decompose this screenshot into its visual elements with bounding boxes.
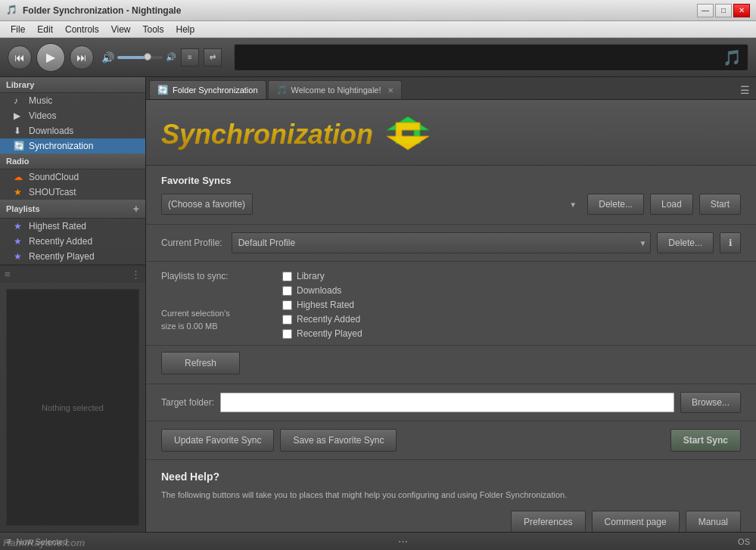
status-right: OS [738,537,750,546]
profile-row: Current Profile: Default Profile ▼ Delet… [146,225,756,262]
menu-tools[interactable]: Tools [137,23,170,36]
sidebar: Library ♪ Music ▶ Videos ⬇ Downloads 🔄 S… [0,77,146,532]
videos-icon: ▶ [14,110,24,121]
next-button[interactable]: ⏭ [70,45,94,70]
update-favorite-button[interactable]: Update Favorite Sync [161,429,274,452]
menu-help[interactable]: Help [170,23,201,36]
tab-folder-sync[interactable]: 🔄 Folder Synchronization [149,80,266,99]
play-button[interactable]: ▶ [36,43,65,72]
playlist-check-recently-played[interactable]: Recently Played [282,328,362,339]
sidebar-item-highest-rated[interactable]: ★ Highest Rated [0,219,145,234]
os-icon: OS [738,537,750,546]
nightingale-logo: 🎵 [723,48,742,67]
content-area: 🔄 Folder Synchronization 🎵 Welcome to Ni… [146,77,756,532]
volume-knob[interactable] [144,53,151,61]
refresh-button[interactable]: Refresh [161,352,240,374]
prev-button[interactable]: ⏮ [8,45,32,70]
status-left: ≡ Now Selected [6,536,67,547]
add-playlist-button[interactable]: + [133,203,139,215]
volume-slider[interactable] [117,56,163,59]
checkbox-highest-rated[interactable] [282,300,292,310]
target-folder-input[interactable] [220,393,674,412]
tab-close-button[interactable]: ✕ [387,86,394,95]
radio-header: Radio [0,154,145,169]
album-art-area: Nothing selected [6,289,139,526]
profile-select[interactable]: Default Profile [232,232,652,253]
checkbox-library[interactable] [282,272,292,281]
playlist-check-highest-rated[interactable]: Highest Rated [282,300,362,310]
recently-played-icon: ★ [14,251,24,262]
sidebar-item-recently-added[interactable]: ★ Recently Added [0,234,145,249]
playlist-check-downloads[interactable]: Downloads [282,285,362,296]
checkbox-recently-played[interactable] [282,329,292,339]
comment-page-button[interactable]: Comment page [592,511,680,533]
favorite-syncs-select[interactable]: (Choose a favorite) [161,194,253,215]
profile-label: Current Profile: [161,238,222,248]
refresh-row: Refresh [146,346,756,384]
volume-icon: 🔊 [101,51,114,64]
select-arrow-icon: ▼ [569,200,577,209]
playlist-recently-played-label: Recently Played [297,328,362,339]
main-layout: Library ♪ Music ▶ Videos ⬇ Downloads 🔄 S… [0,77,756,532]
tab-folder-sync-label: Folder Synchronization [173,85,258,95]
now-selected-label: Now Selected [17,537,68,546]
playlist-check-library[interactable]: Library [282,271,362,281]
sidebar-item-videos-label: Videos [29,110,56,121]
playlists-to-sync-label: Playlists to sync: [161,271,267,281]
highest-rated-icon: ★ [14,221,24,231]
music-icon: ♪ [14,95,24,106]
playlist-highest-rated-label: Highest Rated [297,300,354,310]
window-controls: — □ ✕ [697,4,750,17]
delete-profile-button[interactable]: Delete... [657,232,714,253]
menu-controls[interactable]: Controls [59,23,105,36]
status-menu-icon[interactable]: ≡ [6,536,12,547]
playlist-library-label: Library [297,271,325,281]
mode-button-2[interactable]: ⇄ [204,48,222,67]
sidebar-item-sync[interactable]: 🔄 Synchronization [0,138,145,154]
start-favorite-button[interactable]: Start [699,194,741,215]
close-button[interactable]: ✕ [733,4,750,17]
playlists-header: Playlists + [0,200,145,219]
load-favorite-button[interactable]: Load [650,194,693,215]
profile-info-button[interactable]: ℹ [720,232,741,253]
sidebar-item-recently-played[interactable]: ★ Recently Played [0,249,145,264]
downloads-icon: ⬇ [14,126,24,136]
checkbox-recently-added[interactable] [282,315,292,325]
delete-favorite-button[interactable]: Delete... [587,194,644,215]
menu-file[interactable]: File [5,23,31,36]
sync-icon: 🔄 [14,141,24,151]
preferences-button[interactable]: Preferences [511,511,586,533]
minimize-button[interactable]: — [697,4,714,17]
sidebar-item-recently-played-label: Recently Played [29,251,95,262]
mode-button-1[interactable]: ≡ [181,48,199,67]
checkbox-downloads[interactable] [282,286,292,296]
browse-button[interactable]: Browse... [680,392,741,413]
playlist-check-recently-added[interactable]: Recently Added [282,314,362,325]
window-title: Folder Synchronization - Nightingale [23,5,697,16]
tab-menu-button[interactable]: ☰ [737,81,753,99]
menu-edit[interactable]: Edit [31,23,59,36]
playlist-recently-added-label: Recently Added [297,314,360,325]
sidebar-scroll-icon: ⋮ [131,269,141,280]
favorite-syncs-section: Favorite Syncs (Choose a favorite) ▼ Del… [146,166,756,225]
status-bar: ≡ Now Selected ⋯ OS [0,532,756,550]
volume-max-icon: 🔊 [166,52,176,62]
sync-title: Synchronization [161,119,373,151]
start-sync-button[interactable]: Start Sync [670,429,741,452]
sidebar-item-videos[interactable]: ▶ Videos [0,108,145,123]
help-section: Need Help? The following buttons will ta… [146,460,756,532]
menu-view[interactable]: View [105,23,137,36]
sidebar-item-downloads[interactable]: ⬇ Downloads [0,123,145,138]
favorite-syncs-title: Favorite Syncs [161,175,741,186]
help-text: The following buttons will take you to p… [161,489,741,502]
save-favorite-button[interactable]: Save as Favorite Sync [280,429,397,452]
tab-welcome[interactable]: 🎵 Welcome to Nightingale! ✕ [268,80,402,99]
favorite-syncs-row: (Choose a favorite) ▼ Delete... Load Sta… [161,194,741,215]
sidebar-item-music[interactable]: ♪ Music [0,93,145,108]
manual-button[interactable]: Manual [686,511,741,533]
help-buttons: Preferences Comment page Manual [161,511,741,533]
bottom-action-row: Update Favorite Sync Save as Favorite Sy… [146,421,756,460]
sidebar-item-soundcloud[interactable]: ☁ SoundCloud [0,169,145,185]
maximize-button[interactable]: □ [715,4,732,17]
sidebar-item-shoutcast[interactable]: ★ SHOUTcast [0,185,145,200]
